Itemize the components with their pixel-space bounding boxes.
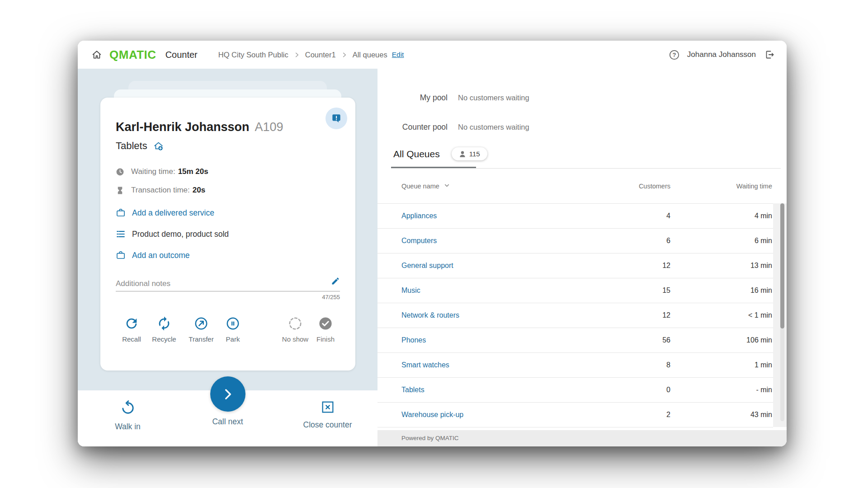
queue-name-link[interactable]: Appliances [377,212,616,220]
column-waiting-time: Waiting time [670,183,773,190]
sort-chevron-down-icon[interactable] [443,182,451,191]
close-counter-button[interactable]: Close counter [278,390,377,446]
svg-text:?: ? [672,51,676,58]
add-outcome-button[interactable]: Add an outcome [116,250,340,260]
counter-pool-status: No customers waiting [458,123,529,131]
no-show-button[interactable]: No show [279,316,311,343]
breadcrumb-profile: All queues [353,51,387,59]
transaction-time-row: Transaction time: 20s [116,186,340,195]
my-pool-label: My pool [396,93,448,103]
edit-pencil-icon[interactable] [331,277,340,287]
queue-waiting-time: 13 min [670,262,773,270]
close-square-icon [321,400,335,414]
queue-name-link[interactable]: Computers [377,237,616,245]
queue-customers-count: 6 [616,237,670,245]
column-queue-name[interactable]: Queue name [401,183,439,190]
call-next-button[interactable]: Call next [178,390,278,446]
queue-name-link[interactable]: General support [377,262,616,270]
queue-row: Computers 6 6 min [377,229,773,253]
queue-row: Network & routers 12 < 1 min [377,303,773,328]
queue-customers-count: 0 [616,386,670,394]
waiting-time-row: Waiting time: 15m 20s [116,167,340,176]
breadcrumb-counter: Counter1 [305,51,336,59]
queue-row: Music 15 16 min [377,278,773,303]
recycle-button[interactable]: Recycle [148,316,180,343]
recycle-icon [156,316,172,331]
user-name: Johanna Johansson [687,50,756,59]
walk-in-button[interactable]: Walk in [78,390,178,446]
tab-divider [391,168,781,169]
scrollbar-thumb[interactable] [780,203,784,328]
serving-panel: Karl-Henrik Johansson A109 Tablets Waiti… [78,69,377,446]
my-pool-row: My pool No customers waiting [396,92,529,103]
powered-by-footer: Powered by QMATIC [377,430,787,446]
queue-waiting-time: 6 min [670,237,773,245]
alert-message-icon [330,113,342,124]
person-icon [459,150,466,158]
counter-pool-label: Counter pool [396,122,448,132]
list-icon [116,229,126,239]
breadcrumb-branch: HQ City South Public [218,51,288,59]
queue-waiting-time: 1 min [670,361,773,369]
edit-profile-link[interactable]: Edit [392,51,404,59]
additional-notes-input[interactable] [116,279,340,288]
queue-row: Smart watches 8 1 min [377,353,773,378]
notes-field-wrap [116,279,340,291]
queue-row: Tablets 0 - min [377,378,773,403]
queue-row: Appliances 4 4 min [377,204,773,229]
briefcase-icon [116,208,126,218]
current-customer-card: Karl-Henrik Johansson A109 Tablets Waiti… [100,98,355,371]
finish-check-icon [318,316,333,331]
recall-icon [124,316,139,331]
scrollbar-gutter [773,203,787,427]
counter-bottom-bar: Walk in Call next Close counter [78,390,377,446]
call-next-circle[interactable] [210,376,245,412]
transfer-button[interactable]: Transfer [185,316,217,343]
queue-table-header: Queue name Customers Waiting time [377,182,773,191]
app-header: QMATIC Counter HQ City South Public Coun… [78,41,787,69]
queue-customers-count: 8 [616,361,670,369]
chevron-right-icon [341,52,348,58]
queue-name-link[interactable]: Tablets [377,386,616,394]
queue-name-link[interactable]: Network & routers [377,311,616,319]
queue-customers-count: 12 [616,262,670,270]
clock-icon [116,168,124,176]
queue-row: General support 12 13 min [377,253,773,278]
transaction-time-label: Transaction time: [131,186,190,195]
queue-customers-count: 15 [616,286,670,295]
walk-in-icon [120,400,136,416]
chevron-right-icon [293,52,300,58]
logout-icon[interactable] [764,49,775,60]
home-icon[interactable] [91,49,102,60]
queue-row: Phones 56 106 min [377,328,773,353]
recall-button[interactable]: Recall [116,316,147,343]
park-button[interactable]: Park [217,316,249,343]
queue-waiting-time: 16 min [670,286,773,295]
queue-customers-count: 56 [616,336,670,344]
transaction-time-value: 20s [193,186,205,195]
queue-waiting-time: < 1 min [670,311,773,319]
finish-button[interactable]: Finish [311,316,340,343]
queue-customers-count: 12 [616,311,670,319]
queue-name-link[interactable]: Warehouse pick-up [377,411,616,419]
return-to-queue-icon[interactable] [153,141,164,152]
add-delivered-service-button[interactable]: Add a delivered service [116,208,340,218]
service-name: Tablets [116,140,147,152]
counter-pool-row: Counter pool No customers waiting [396,122,529,132]
queues-panel: My pool No customers waiting Counter poo… [377,69,787,446]
help-icon[interactable]: ? [669,49,680,61]
queue-row: Warehouse pick-up 2 43 min [377,403,773,427]
queue-customers-count: 2 [616,411,670,419]
qmatic-logo: QMATIC [109,48,156,62]
queue-name-link[interactable]: Phones [377,336,616,344]
column-customers: Customers [616,183,670,190]
no-show-icon [288,316,303,331]
notification-bubble-button[interactable] [326,108,347,129]
scrollbar-track [780,203,784,421]
queue-name-link[interactable]: Music [377,286,616,295]
tab-all-queues[interactable]: All Queues [393,149,440,160]
ticket-actions: Recall Recycle Transfer Park [116,316,340,343]
hourglass-icon [116,186,124,195]
waiting-count: 115 [469,150,480,158]
queue-name-link[interactable]: Smart watches [377,361,616,369]
